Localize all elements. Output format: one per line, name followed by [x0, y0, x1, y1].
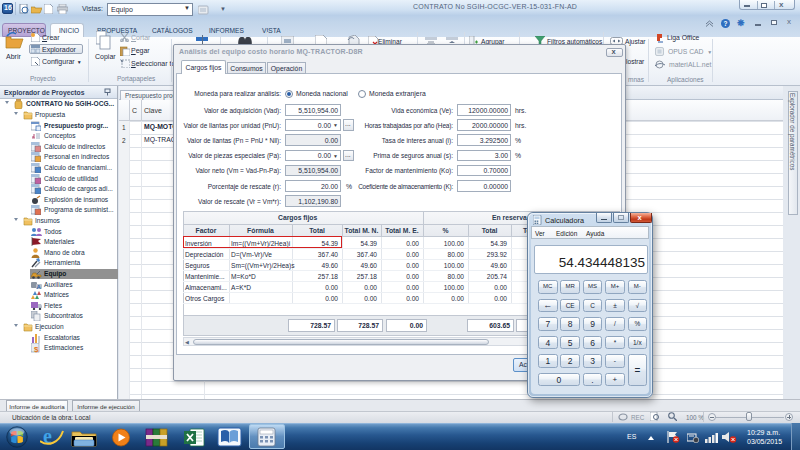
- svg-text:A: A: [37, 283, 42, 289]
- svg-text:$: $: [34, 345, 39, 353]
